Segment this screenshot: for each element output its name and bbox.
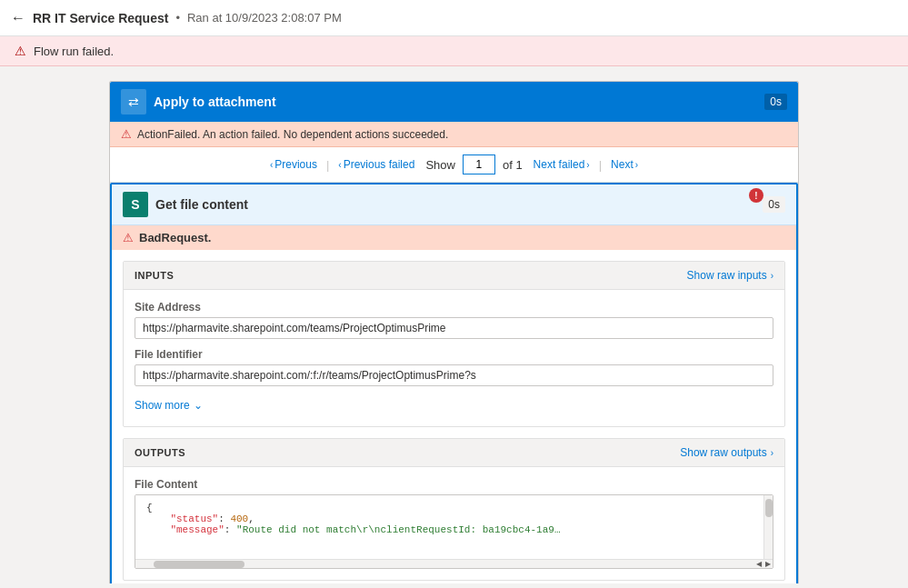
bad-request-warn-icon: ⚠ [123, 231, 134, 244]
error-banner-text: Flow run failed. [34, 45, 114, 58]
bad-request-banner: ⚠ BadRequest. [112, 225, 796, 250]
error-warning-icon: ⚠ [15, 44, 26, 58]
show-label: Show [425, 158, 455, 172]
next-button[interactable]: Next › [607, 156, 642, 173]
code-line-2: "status": 400, [146, 513, 762, 524]
previous-label: Previous [274, 158, 317, 171]
apply-to-attachment-header: ⇄ Apply to attachment 0s [110, 82, 798, 122]
file-identifier-label: File Identifier [135, 348, 773, 361]
inputs-section: INPUTS Show raw inputs › Site Address ht… [123, 261, 785, 427]
main-content: ⇄ Apply to attachment 0s ⚠ ActionFailed.… [0, 66, 908, 583]
outputs-body: File Content { "status": 400, "message":… [124, 467, 784, 580]
inputs-section-header: INPUTS Show raw inputs › [124, 262, 784, 290]
page-number-input[interactable] [463, 154, 495, 174]
show-more-label: Show more [135, 399, 190, 412]
action-failed-banner: ⚠ ActionFailed. An action failed. No dep… [110, 122, 798, 147]
get-file-content-header-left: S Get file content [123, 192, 248, 217]
apply-to-attachment-icon: ⇄ [121, 89, 146, 115]
pagination-separator-2: | [599, 158, 602, 172]
vertical-scrollbar[interactable] [763, 495, 773, 568]
chevron-right-next-icon: › [635, 160, 638, 170]
file-content-label: File Content [135, 478, 773, 491]
chevron-left-prev-failed-icon: ‹ [338, 160, 341, 170]
horizontal-scroll-thumb [154, 561, 244, 568]
show-more-button[interactable]: Show more ⌄ [135, 395, 773, 415]
header-ran-at: Ran at 10/9/2023 2:08:07 PM [187, 11, 342, 25]
flow-error-banner: ⚠ Flow run failed. [0, 36, 908, 66]
output-code: { "status": 400, "message": "Route did n… [135, 495, 773, 559]
header-separator: • [175, 11, 180, 25]
error-badge: ! [749, 188, 763, 203]
pagination-bar: ‹ Previous | ‹ Previous failed Show of 1… [110, 147, 798, 183]
previous-failed-button[interactable]: ‹ Previous failed [334, 156, 418, 173]
vertical-scroll-thumb [765, 499, 773, 517]
site-address-value: https://pharmavite.sharepoint.com/teams/… [135, 317, 773, 339]
next-failed-label: Next failed [534, 158, 585, 171]
previous-failed-label: Previous failed [344, 158, 415, 171]
previous-button[interactable]: ‹ Previous [266, 156, 321, 173]
apply-to-attachment-card: ⇄ Apply to attachment 0s ⚠ ActionFailed.… [109, 81, 799, 583]
get-file-content-duration: 0s [763, 196, 785, 213]
output-content-box: { "status": 400, "message": "Route did n… [135, 494, 773, 569]
chevron-left-prev-icon: ‹ [270, 160, 273, 170]
apply-to-attachment-header-left: ⇄ Apply to attachment [121, 89, 276, 115]
page-title: RR IT Service Request [33, 11, 168, 25]
site-address-label: Site Address [135, 301, 773, 314]
code-line-3: "message": "Route did not match\r\nclien… [146, 524, 762, 535]
pagination-of: of 1 [503, 158, 523, 172]
action-failed-warn-icon: ⚠ [121, 127, 132, 141]
bad-request-text: BadRequest. [139, 231, 211, 244]
show-raw-outputs-label: Show raw outputs [680, 446, 766, 459]
chevron-right-next-failed-icon: › [586, 160, 589, 170]
back-button[interactable]: ← [11, 10, 25, 26]
scroll-arrows: ◀ ▶ [754, 560, 773, 569]
code-line-1: { [146, 503, 762, 513]
inputs-title: INPUTS [135, 270, 174, 281]
scroll-right-button[interactable]: ▶ [763, 560, 773, 569]
next-label: Next [611, 158, 634, 171]
chevron-right-raw-inputs-icon: › [771, 271, 773, 281]
outputs-section: OUTPUTS Show raw outputs › File Content … [123, 438, 785, 581]
show-raw-inputs-label: Show raw inputs [687, 269, 767, 282]
get-file-content-card: S Get file content ! 0s ⚠ BadRequest. IN… [110, 183, 798, 583]
pagination-separator-1: | [326, 158, 329, 172]
apply-to-attachment-duration: 0s [764, 94, 787, 110]
show-raw-inputs-button[interactable]: Show raw inputs › [687, 269, 773, 282]
chevron-down-show-more-icon: ⌄ [194, 399, 203, 412]
show-raw-outputs-button[interactable]: Show raw outputs › [680, 446, 773, 459]
action-failed-text: ActionFailed. An action failed. No depen… [137, 128, 448, 141]
outputs-title: OUTPUTS [135, 447, 185, 458]
scroll-left-button[interactable]: ◀ [754, 560, 763, 569]
chevron-right-raw-outputs-icon: › [771, 448, 773, 458]
file-identifier-value: https://pharmavite.sharepoint.com/:f:/r/… [135, 364, 773, 386]
get-file-content-header: S Get file content ! 0s [112, 184, 796, 225]
top-header: ← RR IT Service Request • Ran at 10/9/20… [0, 0, 908, 36]
apply-to-attachment-title: Apply to attachment [154, 95, 276, 109]
inputs-body: Site Address https://pharmavite.sharepoi… [124, 290, 784, 426]
horizontal-scrollbar[interactable]: ◀ ▶ [135, 559, 773, 568]
get-file-content-title: Get file content [155, 197, 248, 212]
next-failed-button[interactable]: Next failed › [530, 156, 594, 173]
outputs-section-header: OUTPUTS Show raw outputs › [124, 439, 784, 467]
sharepoint-icon: S [123, 192, 148, 217]
